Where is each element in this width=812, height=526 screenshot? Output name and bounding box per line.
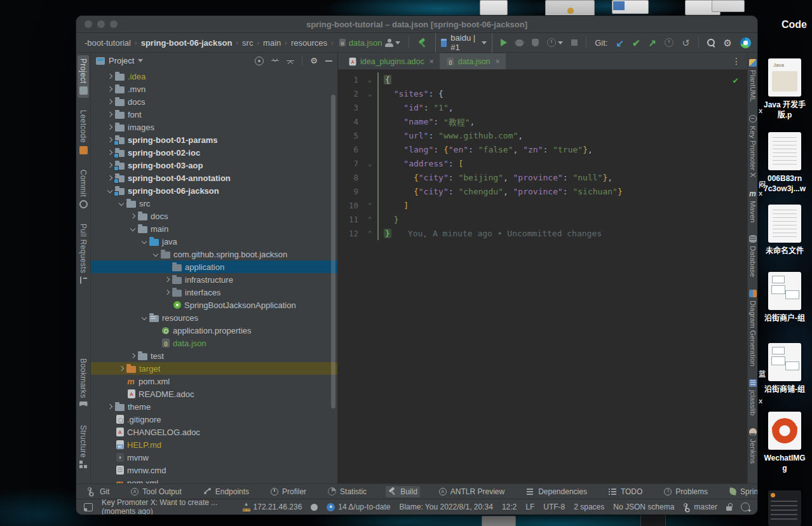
code-line[interactable]: 1⌄{ [338, 72, 747, 86]
close-window-button[interactable] [85, 20, 92, 28]
fold-marker-icon[interactable]: ⌄ [362, 159, 377, 168]
tree-row[interactable]: spring-boot-06-jackson [91, 184, 337, 197]
status-widget-2-spaces[interactable]: 2 spaces [574, 502, 604, 511]
title-bar[interactable]: spring-boot-tutorial – data.json [spring… [76, 16, 757, 33]
toolwindow-button-todo[interactable]: TODO [606, 486, 645, 497]
desktop-file-icon[interactable]: WechatIMGg [757, 412, 812, 473]
toolwindow-tab-maven[interactable]: mMaven [749, 190, 757, 223]
fold-marker-icon[interactable]: ⌃ [362, 215, 377, 224]
breadcrumb-item[interactable]: data.json [335, 38, 384, 48]
search-everywhere-button[interactable] [707, 39, 715, 47]
line-number[interactable]: 10 [338, 201, 362, 210]
fold-marker-icon[interactable]: ⌄ [362, 90, 377, 98]
tree-scrollbar[interactable] [331, 95, 335, 408]
tree-row[interactable]: src [91, 197, 337, 210]
expand-all-icon[interactable] [271, 57, 279, 65]
toolwindow-button-build[interactable]: Build [386, 486, 420, 497]
project-panel-title[interactable]: Project [109, 56, 134, 65]
tree-row[interactable]: test [91, 349, 337, 362]
tree-row[interactable]: application [91, 260, 337, 273]
tree-row[interactable]: CHANGELOG.adoc [91, 426, 337, 438]
fold-marker-icon[interactable]: ⌃ [362, 229, 377, 238]
status-widget-172-21-46-236[interactable]: 172.21.46.236 [243, 502, 302, 511]
desktop-file-icon[interactable] [757, 490, 812, 526]
sidebar-item-commit[interactable]: Commit [78, 166, 89, 212]
desktop-file-icon[interactable]: 未命名文件 [757, 205, 812, 257]
coverage-button[interactable] [532, 39, 539, 46]
code-line[interactable]: 10⌃ ] [338, 198, 747, 212]
tree-chevron-icon[interactable] [162, 290, 172, 294]
tree-chevron-icon[interactable] [105, 87, 115, 91]
tree-chevron-icon[interactable] [128, 214, 138, 218]
tree-row[interactable]: images [91, 121, 337, 133]
toolwindow-tab-key-promoter-x[interactable]: Key Promoter X [749, 115, 757, 177]
tree-row[interactable]: target [91, 362, 337, 375]
tree-row[interactable]: mvnw.cmd [91, 464, 337, 476]
line-number[interactable]: 2 [338, 89, 362, 98]
tree-chevron-icon[interactable] [105, 100, 115, 104]
tree-row[interactable]: README.adoc [91, 388, 337, 400]
line-number[interactable]: 9 [338, 187, 362, 196]
tree-row[interactable]: .gitignore [91, 413, 337, 426]
profiler-button[interactable] [547, 38, 563, 47]
run-configuration-select[interactable]: baidu | #1 [435, 31, 492, 54]
tree-row[interactable]: com.github.spring.boot.jackson [91, 248, 337, 260]
tree-row[interactable]: mvnw [91, 451, 337, 464]
sidebar-item-pull-requests[interactable]: Pull Requests [78, 220, 89, 287]
git-update-button[interactable]: ↙ [616, 38, 624, 48]
tree-row[interactable]: font [91, 108, 337, 121]
close-tab-icon[interactable]: × [496, 57, 500, 66]
tree-row[interactable]: docs [91, 95, 337, 108]
line-number[interactable]: 8 [338, 173, 362, 182]
tree-row[interactable]: main [91, 222, 337, 235]
breadcrumb-item[interactable]: src [240, 38, 255, 48]
code-line[interactable]: 11⌃ } [338, 212, 747, 226]
tree-chevron-icon[interactable] [128, 227, 138, 231]
status-widget-master[interactable]: master [683, 502, 717, 511]
line-number[interactable]: 3 [338, 103, 362, 112]
stop-button[interactable] [571, 39, 578, 46]
editor-tab-idea_plugins.adoc[interactable]: idea_plugins.adoc× [342, 53, 440, 69]
fold-marker-icon[interactable]: ⌃ [362, 201, 377, 210]
line-number[interactable]: 4 [338, 117, 362, 126]
line-number[interactable]: 1 [338, 75, 362, 84]
line-number[interactable]: 12 [338, 229, 362, 238]
code-line[interactable]: 12⌃}You, A minute ago • Uncommitted chan… [338, 226, 747, 240]
tree-row[interactable]: theme [91, 400, 337, 413]
code-line[interactable]: 8 {"city": "beijing", "province": "null"… [338, 170, 747, 184]
fold-marker-icon[interactable]: ⌄ [362, 76, 377, 84]
tree-chevron-icon[interactable] [139, 239, 149, 243]
tree-row[interactable]: infrastructure [91, 273, 337, 286]
desktop-file-icon[interactable]: 沿街商户-组 [757, 272, 812, 324]
tree-row[interactable]: spring-boot-03-aop [91, 159, 337, 172]
status-widget-blame-you-2022-8-1-20-34[interactable]: Blame: You 2022/8/1, 20:34 [399, 502, 492, 511]
toolwindow-button-problems[interactable]: Problems [661, 486, 710, 497]
status-message[interactable]: Key Promoter X: Want to create ... (mome… [102, 498, 234, 515]
line-number[interactable]: 6 [338, 145, 362, 154]
code-line[interactable]: 2⌄ "sites": { [338, 86, 747, 100]
inspections-ok-icon[interactable]: ✔ [733, 75, 738, 85]
panel-settings-icon[interactable]: ⚙ [310, 57, 318, 65]
code-editor[interactable]: ✔ 1⌄{2⌄ "sites": {3 "id": "1",4 "name": … [338, 70, 747, 483]
tree-row[interactable]: docs [91, 210, 337, 222]
settings-gear-button[interactable]: ⚙ [724, 38, 732, 48]
tree-row[interactable]: .mvn [91, 83, 337, 95]
line-number[interactable]: 5 [338, 131, 362, 140]
toolwindow-tab-database[interactable]: Database [749, 235, 757, 277]
toolwindow-button-endpoints[interactable]: Endpoints [201, 486, 252, 497]
tree-row[interactable]: .idea [91, 70, 337, 83]
tree-row[interactable]: spring-boot-02-ioc [91, 146, 337, 159]
desktop-file-icon[interactable]: Java 开发手版.p [757, 58, 812, 120]
tree-chevron-icon[interactable] [116, 201, 126, 205]
editor-tabs-menu-icon[interactable]: ⋮ [726, 56, 747, 66]
tree-chevron-icon[interactable] [105, 74, 115, 78]
status-widget[interactable] [741, 502, 750, 511]
tree-row[interactable]: mpom.xml [91, 476, 337, 483]
breadcrumb-item[interactable]: -boot-tutorial [83, 38, 133, 48]
tree-chevron-icon[interactable] [105, 405, 115, 408]
run-button[interactable] [501, 39, 507, 46]
tree-chevron-icon[interactable] [105, 125, 115, 129]
code-line[interactable]: 6 "lang": {"en": "false", "zn": "true"}, [338, 142, 747, 156]
toolwindow-button-spring[interactable]: Spring [727, 486, 757, 497]
user-account-button[interactable] [385, 39, 400, 47]
